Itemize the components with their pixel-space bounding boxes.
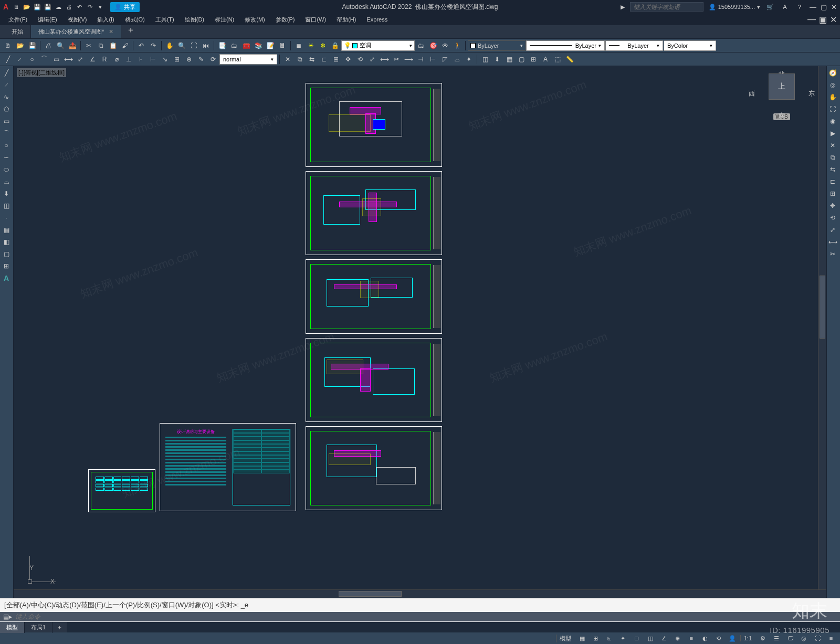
nav-compass-icon[interactable]: 🧭 bbox=[827, 67, 838, 79]
file-tab-drawing[interactable]: 佛山某办公楼通风空调图* ✕ bbox=[31, 25, 121, 38]
publish-icon[interactable]: 📤 bbox=[67, 40, 78, 51]
match-icon[interactable]: 🖌 bbox=[119, 40, 131, 51]
layout-tab-add-button[interactable]: ＋ bbox=[52, 622, 67, 633]
mod-rotate-icon[interactable]: ⟲ bbox=[827, 212, 838, 224]
maximize-button[interactable]: ▢ bbox=[821, 3, 827, 11]
paste-icon[interactable]: 📋 bbox=[107, 40, 119, 51]
tool-polygon-icon[interactable]: ⬠ bbox=[0, 103, 13, 115]
lineweight-selector[interactable]: ByLayer ▾ bbox=[605, 40, 663, 51]
status-polar-icon[interactable]: ✦ bbox=[617, 633, 629, 643]
block-icon[interactable]: ◫ bbox=[479, 54, 491, 65]
qat-dropdown-icon[interactable]: ▾ bbox=[96, 2, 105, 12]
status-isolate-icon[interactable]: ◎ bbox=[798, 633, 810, 643]
copy2-icon[interactable]: ⧉ bbox=[294, 54, 306, 65]
nav-zoomext-icon[interactable]: ⛶ bbox=[827, 103, 838, 115]
tool-text-icon[interactable]: A bbox=[0, 272, 13, 284]
mod-copy-icon[interactable]: ⧉ bbox=[827, 152, 838, 163]
dim-update-icon[interactable]: ⟳ bbox=[207, 54, 219, 65]
sheetset-icon[interactable]: 📚 bbox=[253, 40, 264, 51]
hatch-icon[interactable]: ▦ bbox=[503, 54, 515, 65]
hscroll-thumb[interactable] bbox=[339, 591, 402, 597]
save-icon[interactable]: 💾 bbox=[26, 40, 38, 51]
open-icon[interactable]: 📂 bbox=[14, 40, 26, 51]
status-gear-icon[interactable]: ⚙ bbox=[757, 633, 769, 643]
help-search-input[interactable] bbox=[630, 2, 704, 12]
status-annoscale-icon[interactable]: 👤 bbox=[727, 633, 738, 643]
mod-mirror-icon[interactable]: ⇆ bbox=[827, 164, 838, 175]
linetype-selector[interactable]: ByLayer ▾ bbox=[526, 40, 605, 51]
circle-icon[interactable]: ○ bbox=[26, 54, 38, 65]
measure-icon[interactable]: 📏 bbox=[564, 54, 575, 65]
tool-spline-icon[interactable]: ∼ bbox=[0, 152, 13, 163]
trim-icon[interactable]: ✂ bbox=[391, 54, 402, 65]
layer-lock-icon[interactable]: 🔒 bbox=[329, 40, 341, 51]
menu-modify[interactable]: 修改(M) bbox=[239, 14, 270, 25]
tool-block-icon[interactable]: ◫ bbox=[0, 200, 13, 212]
tolerance-icon[interactable]: ⊞ bbox=[171, 54, 183, 65]
user-menu[interactable]: 👤 1505999135... ▾ bbox=[709, 4, 760, 10]
status-transparency-icon[interactable]: ◐ bbox=[699, 633, 711, 643]
nav-pan-icon[interactable]: ✋ bbox=[827, 91, 838, 103]
dim-dia-icon[interactable]: ⌀ bbox=[111, 54, 122, 65]
toolpalette-icon[interactable]: 🧰 bbox=[240, 40, 252, 51]
drawing-sheet-1[interactable] bbox=[306, 83, 442, 167]
mtext-icon[interactable]: A bbox=[540, 54, 551, 65]
new-icon[interactable]: 🗎 bbox=[2, 40, 14, 51]
mod-move-icon[interactable]: ✥ bbox=[827, 200, 838, 212]
minimize-button[interactable]: — bbox=[810, 3, 816, 11]
status-snap-icon[interactable]: ⊞ bbox=[590, 633, 602, 643]
mod-trim-icon[interactable]: ✂ bbox=[827, 248, 838, 260]
textstyle-selector[interactable]: normal ▾ bbox=[219, 54, 277, 65]
tool-arc-icon[interactable]: ⌒ bbox=[0, 128, 13, 139]
tool-line-icon[interactable]: ╱ bbox=[0, 67, 13, 79]
ucs-icon[interactable]: Y X bbox=[29, 556, 56, 582]
join-icon[interactable]: ⊢ bbox=[427, 54, 438, 65]
layer-prev-icon[interactable]: 🗂 bbox=[415, 40, 427, 51]
layer-states-icon[interactable]: ☀ bbox=[305, 40, 317, 51]
group-icon[interactable]: ⬚ bbox=[552, 54, 563, 65]
status-3dosnap-icon[interactable]: ◫ bbox=[645, 633, 656, 643]
qat-plot-icon[interactable]: 🖨 bbox=[64, 2, 74, 12]
doc-close-button[interactable]: ✕ bbox=[830, 15, 837, 25]
undo-icon[interactable]: ↶ bbox=[135, 40, 147, 51]
array-icon[interactable]: ⊞ bbox=[330, 54, 342, 65]
dim-aligned-icon[interactable]: ⤢ bbox=[75, 54, 86, 65]
file-tab-start[interactable]: 开始 bbox=[4, 25, 31, 38]
close-button[interactable]: ✕ bbox=[831, 3, 837, 11]
dim-linear-icon[interactable]: ⟷ bbox=[62, 54, 74, 65]
table-icon[interactable]: ⊞ bbox=[528, 54, 539, 65]
dim-cont-icon[interactable]: ⊦ bbox=[135, 54, 146, 65]
status-ortho-icon[interactable]: ⊾ bbox=[604, 633, 615, 643]
qat-redo-icon[interactable]: ↷ bbox=[85, 2, 94, 12]
qat-undo-icon[interactable]: ↶ bbox=[75, 2, 84, 12]
scale-icon[interactable]: ⤢ bbox=[366, 54, 378, 65]
menu-file[interactable]: 文件(F) bbox=[3, 14, 33, 25]
mirror-icon[interactable]: ⇆ bbox=[306, 54, 318, 65]
menu-tools[interactable]: 工具(T) bbox=[150, 14, 180, 25]
tool-circle-icon[interactable]: ○ bbox=[0, 140, 13, 151]
share-button[interactable]: 👤 共享 bbox=[110, 2, 140, 12]
plot-icon[interactable]: 🖨 bbox=[43, 40, 54, 51]
qat-new-icon[interactable]: 🗎 bbox=[12, 2, 21, 12]
move-icon[interactable]: ✥ bbox=[342, 54, 354, 65]
menu-view[interactable]: 视图(V) bbox=[62, 14, 92, 25]
leader-icon[interactable]: ↘ bbox=[159, 54, 171, 65]
status-workspace-icon[interactable]: ☰ bbox=[771, 633, 782, 643]
status-customize-icon[interactable]: ≡ bbox=[825, 633, 837, 643]
copy-icon[interactable]: ⧉ bbox=[95, 40, 107, 51]
dim-edit-icon[interactable]: ✎ bbox=[195, 54, 207, 65]
mod-erase-icon[interactable]: ✕ bbox=[827, 140, 838, 151]
drawing-sheet-5[interactable] bbox=[306, 426, 442, 510]
status-dyn-icon[interactable]: ⊕ bbox=[672, 633, 684, 643]
app-logo[interactable]: A bbox=[3, 3, 8, 11]
color-selector[interactable]: ByLayer ▾ bbox=[468, 40, 526, 51]
tool-table-icon[interactable]: ⊞ bbox=[0, 260, 13, 272]
pan-icon[interactable]: ✋ bbox=[164, 40, 175, 51]
dim-base-icon[interactable]: ⊢ bbox=[147, 54, 159, 65]
layer-match-icon[interactable]: 🎯 bbox=[427, 40, 439, 51]
layout-tab-layout1[interactable]: 布局1 bbox=[25, 622, 52, 633]
dim-radius-icon[interactable]: R bbox=[99, 54, 110, 65]
layer-freeze-icon[interactable]: ❄ bbox=[317, 40, 329, 51]
layer-manager-icon[interactable]: ≣ bbox=[293, 40, 304, 51]
menu-parametric[interactable]: 参数(P) bbox=[270, 14, 300, 25]
